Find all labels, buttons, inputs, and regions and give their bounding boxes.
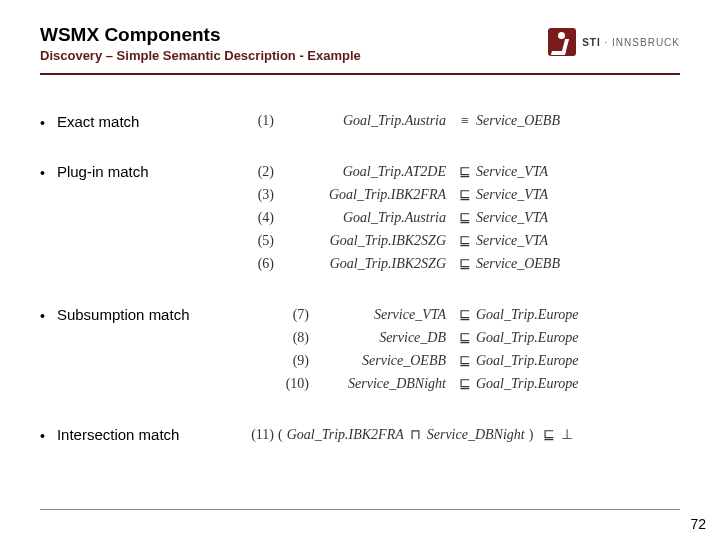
formula-op: ⊑ <box>454 375 476 392</box>
formula-rhs: Goal_Trip.Europe <box>476 353 579 369</box>
formula-bot: ⊥ <box>561 426 573 443</box>
paren-close: ) <box>525 427 538 443</box>
bullet-plugin: Plug-in match <box>57 163 149 180</box>
formula-4: (4) Goal_Trip.Austria ⊑ Service_VTA <box>240 209 680 226</box>
slide-subtitle: Discovery – Simple Semantic Description … <box>40 48 548 63</box>
formula-term-b: Service_DBNight <box>427 427 525 443</box>
formula-op: ≡ <box>454 113 476 129</box>
formula-op: ⊑ <box>454 163 476 180</box>
formula-2: (2) Goal_Trip.AT2DE ⊑ Service_VTA <box>240 163 680 180</box>
formula-op: ⊑ <box>537 426 561 443</box>
formula-num: (5) <box>240 233 276 249</box>
page-number: 72 <box>690 516 706 532</box>
footer-divider <box>40 509 680 510</box>
formula-op: ⊑ <box>454 255 476 272</box>
brand-logo: STI · INNSBRUCK <box>548 28 680 56</box>
formula-lhs: Service_VTA <box>311 307 454 323</box>
formula-9: (9) Service_OEBB ⊑ Goal_Trip.Europe <box>240 352 680 369</box>
formula-num: (6) <box>240 256 276 272</box>
formula-lhs: Service_DB <box>311 330 454 346</box>
formula-rhs: Goal_Trip.Europe <box>476 307 579 323</box>
group-exact: • Exact match (1) Goal_Trip.Austria ≡ Se… <box>40 113 680 135</box>
slide-title: WSMX Components <box>40 24 548 46</box>
group-subsumption: • Subsumption match (7) Service_VTA ⊑ Go… <box>40 306 680 398</box>
formula-1: (1) Goal_Trip.Austria ≡ Service_OEBB <box>240 113 680 129</box>
logo-icon <box>548 28 576 56</box>
group-plugin: • Plug-in match (2) Goal_Trip.AT2DE ⊑ Se… <box>40 163 680 278</box>
formula-num: (1) <box>240 113 276 129</box>
formula-num: (2) <box>240 164 276 180</box>
logo-brand: STI <box>582 37 601 48</box>
bullet-intersection: Intersection match <box>57 426 180 443</box>
formula-7: (7) Service_VTA ⊑ Goal_Trip.Europe <box>240 306 680 323</box>
formula-op: ⊑ <box>454 186 476 203</box>
formula-op: ⊑ <box>454 352 476 369</box>
bullet-icon: • <box>40 113 45 133</box>
formula-num: (11) <box>240 427 274 443</box>
formula-lhs: Goal_Trip.IBK2SZG <box>276 256 454 272</box>
formula-op: ⊑ <box>454 306 476 323</box>
formula-num: (9) <box>240 353 311 369</box>
formula-op: ⊑ <box>454 329 476 346</box>
bullet-icon: • <box>40 306 45 326</box>
logo-text: STI · INNSBRUCK <box>582 37 680 48</box>
formula-lhs: Service_OEBB <box>311 353 454 369</box>
formula-op: ⊑ <box>454 209 476 226</box>
formula-rhs: Service_OEBB <box>476 113 560 129</box>
formula-num: (3) <box>240 187 276 203</box>
formula-lhs: Goal_Trip.AT2DE <box>276 164 454 180</box>
formula-lhs: Service_DBNight <box>311 376 454 392</box>
bullet-icon: • <box>40 426 45 446</box>
formula-rhs: Service_VTA <box>476 233 548 249</box>
paren-open: ( <box>274 427 287 443</box>
formula-meet: ⊓ <box>404 426 427 443</box>
formula-num: (7) <box>240 307 311 323</box>
formula-lhs: Goal_Trip.IBK2FRA <box>276 187 454 203</box>
formula-11: (11) ( Goal_Trip.IBK2FRA ⊓ Service_DBNig… <box>240 426 680 443</box>
formula-op: ⊑ <box>454 232 476 249</box>
formula-rhs: Service_VTA <box>476 164 548 180</box>
formula-6: (6) Goal_Trip.IBK2SZG ⊑ Service_OEBB <box>240 255 680 272</box>
formula-rhs: Service_VTA <box>476 210 548 226</box>
formula-rhs: Service_OEBB <box>476 256 560 272</box>
bullet-subsumption: Subsumption match <box>57 306 190 323</box>
formula-rhs: Goal_Trip.Europe <box>476 376 579 392</box>
header-divider <box>40 73 680 75</box>
formula-rhs: Goal_Trip.Europe <box>476 330 579 346</box>
formula-num: (4) <box>240 210 276 226</box>
logo-sep: · <box>601 37 612 48</box>
bullet-exact: Exact match <box>57 113 140 130</box>
formula-8: (8) Service_DB ⊑ Goal_Trip.Europe <box>240 329 680 346</box>
formula-3: (3) Goal_Trip.IBK2FRA ⊑ Service_VTA <box>240 186 680 203</box>
formula-term-a: Goal_Trip.IBK2FRA <box>287 427 404 443</box>
formula-rhs: Service_VTA <box>476 187 548 203</box>
formula-lhs: Goal_Trip.IBK2SZG <box>276 233 454 249</box>
logo-place: INNSBRUCK <box>612 37 680 48</box>
group-intersection: • Intersection match (11) ( Goal_Trip.IB… <box>40 426 680 449</box>
formula-num: (8) <box>240 330 311 346</box>
formula-num: (10) <box>240 376 311 392</box>
formula-lhs: Goal_Trip.Austria <box>276 210 454 226</box>
formula-lhs: Goal_Trip.Austria <box>276 113 454 129</box>
formula-10: (10) Service_DBNight ⊑ Goal_Trip.Europe <box>240 375 680 392</box>
formula-5: (5) Goal_Trip.IBK2SZG ⊑ Service_VTA <box>240 232 680 249</box>
bullet-icon: • <box>40 163 45 183</box>
